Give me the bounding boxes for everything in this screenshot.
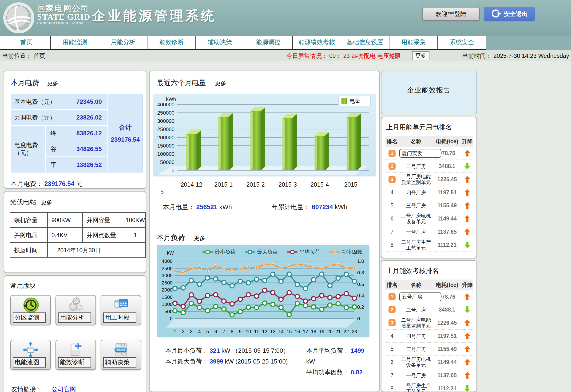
fee-valley-value: 34826.55 — [61, 141, 107, 157]
unit-name: 二号厂房电机设备单元 — [399, 356, 433, 368]
globe-logo-icon — [3, 2, 35, 34]
module-power-flow-button[interactable]: 电能流图 — [10, 340, 51, 370]
load-stats-left: 本月最小负荷： 321 kW （2015-05-15 7:00） 本月最大负荷：… — [165, 345, 306, 378]
alert-more-button[interactable]: 更多 — [412, 51, 429, 60]
nav-tab-data-collection[interactable]: 用能采集 — [389, 36, 437, 49]
consumption-value: 1226.45 — [433, 176, 461, 183]
efficiency-report-button[interactable]: 企业能效报告 — [381, 71, 477, 114]
rank-cell: 2 — [385, 163, 399, 170]
table-row: 2二号厂房3488.1 — [385, 160, 473, 173]
rank-cell: 1 — [385, 293, 399, 300]
efficiency-report-label: 企业能效报告 — [382, 86, 476, 95]
pv-more-link[interactable]: 更多 — [41, 199, 52, 205]
bar-x-label: 2015-2 — [246, 181, 265, 188]
svg-text:6: 6 — [214, 329, 217, 334]
svg-text:11: 11 — [254, 329, 259, 334]
fee-energy-label: 电度电费（元） — [11, 126, 45, 172]
trend-cell — [461, 293, 473, 300]
rank-cell: 4 — [385, 333, 399, 339]
load-chart-title-row: 本月负荷 更多 — [157, 233, 205, 243]
current-time-label: 当前时间： — [462, 52, 492, 59]
avg-load-unit: kW — [306, 358, 315, 365]
modules-grid: 分区监测 用能分析 — [10, 295, 146, 370]
rank-badge: 3 — [388, 176, 396, 183]
nav-tab-basic-info-settings[interactable]: 基础信息设置 — [341, 36, 389, 49]
nav-tab-energy-dispatch[interactable]: 能源调控 — [244, 36, 292, 49]
consumption-value: 3488.1 — [433, 163, 461, 169]
current-time-value: 2025-7-30 14:23 Wednesday — [493, 52, 569, 59]
month-energy-label: 本月电量： — [163, 203, 195, 211]
up-arrow-icon — [464, 202, 470, 209]
nav-tab-performance-assessment[interactable]: 能源绩效考核 — [292, 36, 341, 49]
bar-chart-more-link[interactable]: 更多 — [215, 80, 226, 86]
unit-name-input[interactable]: 厦门宏发 — [399, 149, 441, 158]
trend-cell — [461, 176, 473, 183]
svg-text:200000: 200000 — [157, 135, 174, 141]
load-chart-title: 本月负荷 — [157, 234, 185, 241]
consumption-value: 1149.44 — [433, 359, 461, 365]
nav-tab-efficiency-diagnosis[interactable]: 能效诊断 — [147, 36, 195, 49]
nav-tab-energy-monitoring[interactable]: 用能监测 — [50, 36, 99, 49]
module-label: 用能分析 — [58, 312, 91, 323]
up-arrow-icon — [464, 150, 470, 157]
nav-tab-energy-analysis[interactable]: 用能分析 — [99, 36, 147, 49]
svg-text:4000: 4000 — [162, 258, 173, 264]
svg-text:7: 7 — [223, 329, 225, 334]
trend-cell — [461, 372, 473, 379]
fee-footer-label: 本月电费： — [11, 180, 43, 187]
bar-x-label: 2014-12 — [181, 181, 202, 188]
module-energy-analysis-button[interactable]: 用能分析 — [56, 295, 96, 325]
nav-tab-label: 能效诊断 — [159, 38, 184, 46]
nav-tab-decision-support[interactable]: 辅助决策 — [195, 36, 244, 49]
table-row: 2二号厂房3488.1 — [385, 303, 473, 316]
company-site-link[interactable]: 公司官网 — [52, 386, 76, 392]
avg-pf-stat: 平均功率因数： 0.82 — [306, 367, 372, 378]
col-consumption: 电耗(tce) — [433, 138, 461, 145]
svg-text:12: 12 — [262, 329, 267, 334]
safe-logout-button[interactable]: 安全退出 — [484, 7, 535, 21]
svg-text:10: 10 — [246, 329, 251, 334]
rank-cell: 8 — [385, 242, 399, 248]
unit-name: 二号厂房生产工艺单元 — [399, 239, 433, 251]
unit-name-input[interactable]: 五号厂房 — [399, 292, 441, 301]
page-title: 企业能源管理系统 — [92, 7, 216, 25]
module-work-period-button[interactable]: 用工时段 — [101, 295, 141, 325]
rank-cell: 4 — [385, 189, 399, 196]
monthly-energy-bar-chart: 4000002500003000002500002000001500001000… — [153, 94, 376, 176]
module-zone-monitoring-button[interactable]: 分区监测 — [10, 295, 51, 325]
welcome-login-button[interactable]: 欢迎***登陆 — [422, 7, 480, 21]
ranking-table-header: 排名 名称 电耗(tce) 升降 — [385, 279, 473, 290]
breadcrumb: 当前位置： 首页 — [2, 52, 45, 60]
col-name: 名称 — [399, 281, 433, 289]
svg-text:1.0: 1.0 — [357, 258, 364, 264]
down-arrow-icon — [464, 163, 470, 170]
svg-text:0.8: 0.8 — [357, 270, 364, 275]
month-energy-unit: kWh — [219, 203, 232, 211]
fee-more-link[interactable]: 更多 — [47, 80, 58, 86]
fee-flat-value: 13826.52 — [61, 157, 107, 172]
nav-tab-system-security[interactable]: 系统安全 — [437, 36, 486, 49]
friendly-links: 友情链接： 公司官网 — [11, 385, 76, 392]
pv-grid-capacity-label: 并网容量 — [83, 213, 125, 228]
module-decision-support-button[interactable]: ITEM A ITEM B ITEM C 辅助决策 — [101, 340, 141, 370]
bar-chart-title-row: 最近六个月电量 更多 — [157, 78, 226, 88]
year-energy-value: 607234 — [312, 203, 333, 211]
rank-cell: 3 — [385, 319, 399, 326]
rank-cell: 5 — [385, 202, 399, 209]
module-efficiency-diagnosis-button[interactable]: 能效诊断 — [56, 340, 96, 370]
load-chart-stats: 本月最小负荷： 321 kW （2015-05-15 7:00） 本月最大负荷：… — [165, 345, 372, 378]
calendar-windows-icon — [101, 296, 141, 314]
consumption-value: 1197.51 — [433, 189, 461, 196]
module-label: 能效诊断 — [58, 357, 91, 367]
legend-item: 功率因数 — [329, 248, 362, 256]
unit-ranking-title: 上月用能单元用电排名 — [386, 123, 473, 132]
up-arrow-icon — [464, 176, 470, 183]
svg-text:3000: 3000 — [162, 273, 173, 278]
pv-grid-capacity-value: 100KW — [125, 213, 145, 228]
trend-cell — [461, 150, 473, 157]
load-chart-more-link[interactable]: 更多 — [194, 235, 205, 241]
info-bar: 当前位置： 首页 今日异常情况： 09： 23 2#变配电 电压越限 更多 当前… — [0, 50, 571, 61]
nav-tab-home[interactable]: 首页 — [2, 36, 50, 49]
col-rank: 排名 — [385, 138, 399, 145]
item-list-icon: ITEM A ITEM B ITEM C — [101, 341, 141, 359]
